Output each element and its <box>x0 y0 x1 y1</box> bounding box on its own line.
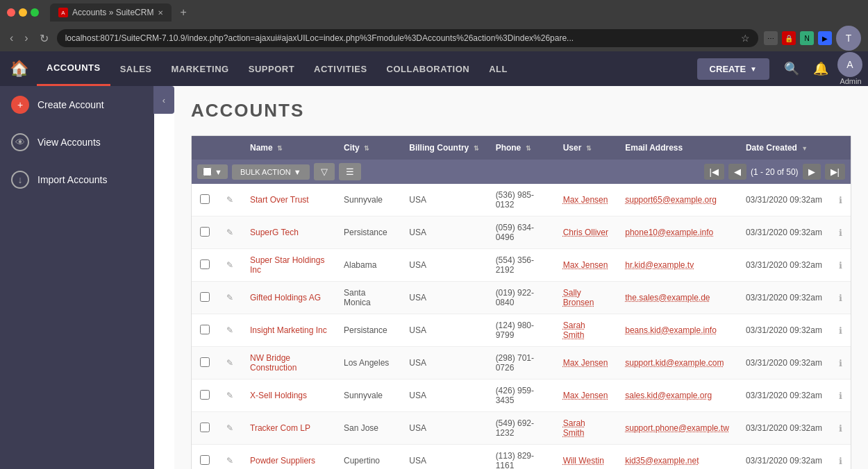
user-link-1[interactable]: Chris Olliver <box>563 228 608 237</box>
create-button[interactable]: CREATE ▼ <box>697 58 769 80</box>
admin-avatar[interactable]: A <box>837 52 862 77</box>
list-view-btn[interactable]: ☰ <box>339 163 361 180</box>
bookmark-icon[interactable]: ☆ <box>741 33 750 44</box>
col-name[interactable]: Name ⇅ <box>242 136 335 160</box>
nav-marketing[interactable]: MARKETING <box>162 51 239 86</box>
info-icon-0[interactable]: ℹ <box>839 195 842 205</box>
nav-accounts[interactable]: ACCOUNTS <box>37 51 110 86</box>
nav-support[interactable]: SUPPORT <box>239 51 304 86</box>
account-name-1[interactable]: SuperG Tech <box>250 228 299 237</box>
nav-activities[interactable]: ACTIVITIES <box>304 51 377 86</box>
account-name-4[interactable]: Insight Marketing Inc <box>250 325 327 335</box>
account-name-6[interactable]: X-Sell Holdings <box>250 391 307 400</box>
email-link-6[interactable]: sales.kid@example.org <box>625 391 712 400</box>
info-icon-4[interactable]: ℹ <box>839 325 842 336</box>
address-bar[interactable]: localhost:8071/SuiteCRM-7.10.9/index.php… <box>57 29 758 47</box>
email-link-4[interactable]: beans.kid@example.info <box>625 325 717 335</box>
pagination-last-btn[interactable]: ▶| <box>825 164 845 180</box>
row-select-dropdown[interactable]: ▼ <box>197 164 228 179</box>
sidebar-collapse-btn[interactable]: ‹ <box>153 86 174 114</box>
row-checkbox-4[interactable] <box>200 325 210 334</box>
sidebar-item-create-account[interactable]: + Create Account <box>0 86 154 123</box>
account-name-0[interactable]: Start Over Trust <box>250 195 309 205</box>
row-checkbox-5[interactable] <box>200 357 210 367</box>
edit-icon-4[interactable]: ✎ <box>226 325 233 335</box>
extension-1[interactable]: ⋯ <box>764 31 778 45</box>
email-link-7[interactable]: support.phone@example.tw <box>625 423 729 433</box>
maximize-window-btn[interactable] <box>31 8 39 17</box>
info-icon-6[interactable]: ℹ <box>839 391 842 401</box>
user-link-4[interactable]: Sarah Smith <box>563 321 585 340</box>
col-billing-country[interactable]: Billing Country ⇅ <box>401 136 487 160</box>
account-name-3[interactable]: Gifted Holdings AG <box>250 293 321 302</box>
edit-icon-8[interactable]: ✎ <box>226 456 233 466</box>
select-all-checkbox[interactable] <box>203 167 212 176</box>
browser-tab[interactable]: A Accounts » SuiteCRM ✕ <box>50 3 172 22</box>
extension-2[interactable]: 🔒 <box>782 31 796 45</box>
row-checkbox-8[interactable] <box>200 455 210 465</box>
email-link-0[interactable]: support65@example.org <box>625 195 717 205</box>
email-link-1[interactable]: phone10@example.info <box>625 228 713 237</box>
info-icon-1[interactable]: ℹ <box>839 228 842 238</box>
extension-3[interactable]: N <box>800 31 814 45</box>
row-checkbox-2[interactable] <box>200 259 210 269</box>
edit-icon-7[interactable]: ✎ <box>226 423 233 433</box>
filter-btn[interactable]: ▽ <box>314 163 335 180</box>
account-name-7[interactable]: Tracker Com LP <box>250 423 310 433</box>
info-icon-3[interactable]: ℹ <box>839 293 842 303</box>
user-link-5[interactable]: Max Jensen <box>563 358 608 368</box>
tab-close-btn[interactable]: ✕ <box>158 9 163 17</box>
user-link-8[interactable]: Will Westin <box>563 456 604 466</box>
edit-icon-6[interactable]: ✎ <box>226 391 233 400</box>
extension-4[interactable]: ▶ <box>818 31 832 45</box>
col-phone[interactable]: Phone ⇅ <box>487 136 555 160</box>
info-icon-5[interactable]: ℹ <box>839 358 842 368</box>
row-checkbox-3[interactable] <box>200 292 210 302</box>
account-name-8[interactable]: Powder Suppliers <box>250 456 315 466</box>
app-logo-icon[interactable]: 🏠 <box>10 60 28 78</box>
pagination-next-btn[interactable]: ▶ <box>803 164 821 180</box>
pagination-first-btn[interactable]: |◀ <box>704 164 724 180</box>
minimize-window-btn[interactable] <box>19 8 27 17</box>
notifications-icon-btn[interactable]: 🔔 <box>808 56 833 81</box>
pagination-prev-btn[interactable]: ◀ <box>728 164 746 180</box>
col-email[interactable]: Email Address <box>617 136 737 160</box>
user-link-2[interactable]: Max Jensen <box>563 260 608 270</box>
close-window-btn[interactable] <box>7 8 15 17</box>
back-btn[interactable]: ‹ <box>7 29 16 47</box>
nav-sales[interactable]: SALES <box>110 51 162 86</box>
col-city[interactable]: City ⇅ <box>335 136 401 160</box>
account-name-2[interactable]: Super Star Holdings Inc <box>250 255 324 275</box>
user-link-3[interactable]: Sally Bronsen <box>563 288 594 307</box>
nav-collaboration[interactable]: COLLABORATION <box>377 51 480 86</box>
new-tab-btn[interactable]: + <box>180 6 186 19</box>
user-link-6[interactable]: Max Jensen <box>563 391 608 400</box>
user-link-0[interactable]: Max Jensen <box>563 195 608 205</box>
row-checkbox-0[interactable] <box>200 194 210 204</box>
email-link-5[interactable]: support.kid@example.com <box>625 358 724 368</box>
forward-btn[interactable]: › <box>22 29 31 47</box>
email-link-8[interactable]: kid35@example.net <box>625 456 699 466</box>
search-icon-btn[interactable]: 🔍 <box>779 56 804 81</box>
nav-all[interactable]: ALL <box>479 51 517 86</box>
sidebar-item-view-accounts[interactable]: 👁 View Accounts <box>0 123 154 161</box>
account-name-5[interactable]: NW Bridge Construction <box>250 353 297 373</box>
browser-profile-avatar[interactable]: T <box>836 26 861 51</box>
edit-icon-5[interactable]: ✎ <box>226 358 233 368</box>
user-link-7[interactable]: Sarah Smith <box>563 418 585 438</box>
email-link-2[interactable]: hr.kid@example.tv <box>625 260 694 270</box>
info-icon-8[interactable]: ℹ <box>839 456 842 466</box>
col-date-created[interactable]: Date Created ▼ <box>737 136 831 160</box>
edit-icon-3[interactable]: ✎ <box>226 293 233 302</box>
edit-icon-0[interactable]: ✎ <box>226 195 233 205</box>
row-checkbox-7[interactable] <box>200 423 210 432</box>
email-link-3[interactable]: the.sales@example.de <box>625 293 710 302</box>
reload-btn[interactable]: ↻ <box>37 29 51 48</box>
sidebar-item-import-accounts[interactable]: ↓ Import Accounts <box>0 161 154 198</box>
info-icon-2[interactable]: ℹ <box>839 260 842 271</box>
col-user[interactable]: User ⇅ <box>555 136 617 160</box>
row-checkbox-6[interactable] <box>200 390 210 400</box>
bulk-action-btn[interactable]: BULK ACTION ▼ <box>232 164 310 180</box>
edit-icon-1[interactable]: ✎ <box>226 228 233 237</box>
admin-profile-group[interactable]: A Admin <box>837 52 862 85</box>
